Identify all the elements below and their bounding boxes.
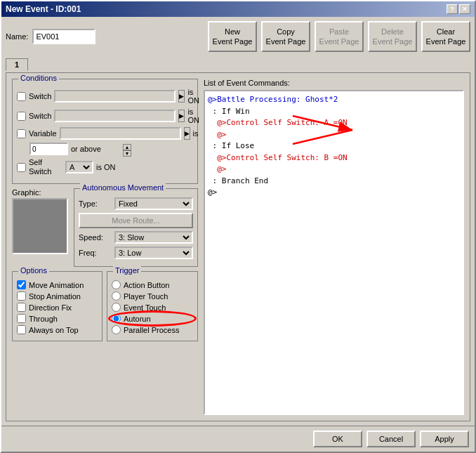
cmd-line-3: @>Control Self Switch: A =ON	[208, 117, 460, 129]
variable-is: is	[193, 129, 199, 138]
always-on-top-label: Always on Top	[29, 326, 79, 334]
auto-speed-select[interactable]: 3: Slow	[114, 231, 193, 244]
autorun-radio[interactable]	[112, 314, 121, 323]
auto-type-row: Type: Fixed Random Approach Custom	[79, 197, 193, 210]
cmd-line-5: : If Lose	[208, 140, 460, 152]
selfswitch-select[interactable]: ABCD	[65, 161, 93, 173]
footer: OK Cancel Apply	[1, 426, 475, 452]
tab-1[interactable]: 1	[6, 58, 28, 71]
selfswitch-ison: is ON	[96, 163, 123, 171]
name-input[interactable]	[32, 29, 95, 44]
name-label: Name:	[6, 32, 28, 41]
new-event-page-button[interactable]: New Event Page	[208, 21, 257, 52]
condition-switch1-row: Switch ▶ is ON	[17, 88, 193, 105]
trigger-autorun: Autorun	[112, 314, 193, 323]
graphic-box: Graphic:	[12, 188, 68, 267]
switch1-label: Switch	[29, 92, 51, 100]
condition-switch2-row: Switch ▶ is ON	[17, 107, 193, 124]
auto-freq-label: Freq:	[79, 249, 110, 257]
variable-label: Variable	[29, 129, 57, 138]
close-button[interactable]: ✕	[459, 4, 470, 14]
selfswitch-checkbox[interactable]	[17, 163, 26, 172]
bottom-panels: Options Move Animation Stop Animation Di…	[12, 271, 198, 341]
switch2-arrow-btn[interactable]: ▶	[178, 110, 185, 122]
auto-speed-label: Speed:	[79, 233, 110, 242]
options-group: Options Move Animation Stop Animation Di…	[12, 271, 103, 341]
conditions-title: Conditions	[18, 74, 59, 82]
graphic-label: Graphic:	[12, 188, 68, 197]
spinbox-down[interactable]: ▼	[123, 150, 131, 157]
through-label: Through	[29, 315, 58, 323]
player-touch-label: Player Touch	[124, 292, 168, 301]
window-title: New Event - ID:001	[6, 4, 81, 14]
main-panel: Conditions Switch ▶ is ON Switch	[6, 72, 470, 421]
option-stop-animation: Stop Animation	[17, 291, 98, 301]
main-window: New Event - ID:001 ? ✕ Name: New Event P…	[0, 0, 476, 453]
variable-spinbox[interactable]: ▲ ▼	[29, 143, 68, 155]
graphic-preview[interactable]	[12, 198, 68, 254]
spinbox-buttons: ▲ ▼	[123, 144, 131, 154]
title-bar: New Event - ID:001 ? ✕	[1, 1, 475, 17]
direction-fix-checkbox[interactable]	[17, 303, 26, 312]
trigger-parallel-process: Parallel Process	[112, 325, 193, 334]
clear-event-page-button[interactable]: Clear Event Page	[421, 21, 470, 52]
action-button-radio[interactable]	[112, 280, 121, 289]
delete-event-page-button[interactable]: Delete Event Page	[368, 21, 417, 52]
commands-box[interactable]: @>Battle Processing: Ghost*2 : If Win @>…	[204, 90, 464, 415]
variable-input[interactable]	[60, 127, 181, 140]
auto-type-label: Type:	[79, 199, 110, 208]
content-area: Name: New Event Page Copy Event Page Pas…	[1, 17, 475, 426]
option-always-on-top: Always on Top	[17, 325, 98, 334]
event-touch-radio[interactable]	[112, 303, 121, 312]
ok-button[interactable]: OK	[313, 431, 362, 447]
toolbar-row: Name: New Event Page Copy Event Page Pas…	[6, 21, 470, 52]
right-panel: List of Event Commands: @>Battle Process…	[204, 79, 464, 415]
commands-label: List of Event Commands:	[204, 79, 464, 87]
option-through: Through	[17, 314, 98, 323]
trigger-player-touch: Player Touch	[112, 291, 193, 301]
left-panel: Conditions Switch ▶ is ON Switch	[12, 79, 198, 415]
name-section: Name:	[6, 29, 204, 44]
switch1-input[interactable]	[54, 90, 176, 103]
parallel-process-label: Parallel Process	[124, 326, 179, 334]
copy-event-page-button[interactable]: Copy Event Page	[261, 21, 310, 52]
always-on-top-checkbox[interactable]	[17, 325, 26, 334]
condition-selfswitch-row: Self Switch ABCD is ON	[17, 158, 193, 176]
cancel-button[interactable]: Cancel	[366, 431, 416, 447]
spinbox-up[interactable]: ▲	[123, 144, 131, 150]
cmd-line-8: : Branch End	[208, 176, 460, 188]
cmd-line-9: @>	[208, 187, 460, 199]
direction-fix-label: Direction Fix	[29, 303, 72, 312]
parallel-process-radio[interactable]	[112, 325, 121, 334]
stop-animation-checkbox[interactable]	[17, 291, 26, 301]
trigger-action-button: Action Button	[112, 280, 193, 289]
player-touch-radio[interactable]	[112, 291, 121, 301]
option-move-animation: Move Animation	[17, 280, 98, 289]
trigger-title: Trigger	[113, 266, 141, 275]
variable-arrow-btn[interactable]: ▶	[184, 127, 190, 140]
auto-freq-select[interactable]: 3: Low	[114, 247, 193, 259]
paste-event-page-button[interactable]: Paste Event Page	[315, 21, 364, 52]
variable-checkbox[interactable]	[17, 129, 26, 138]
action-button-label: Action Button	[124, 281, 169, 289]
auto-type-select[interactable]: Fixed Random Approach Custom	[114, 197, 193, 210]
apply-button[interactable]: Apply	[420, 431, 469, 447]
help-button[interactable]: ?	[447, 4, 458, 14]
move-route-button[interactable]: Move Route...	[79, 213, 193, 228]
graphic-section: Graphic: Autonomous Movement Type: Fixed…	[12, 188, 198, 267]
switch1-checkbox[interactable]	[17, 92, 26, 101]
or-above-label: or above	[71, 145, 101, 153]
switch2-input[interactable]	[54, 110, 176, 122]
cmd-line-4: @>	[208, 129, 460, 141]
auto-speed-row: Speed: 3: Slow	[79, 231, 193, 244]
cmd-line-1: @>Battle Processing: Ghost*2	[208, 94, 460, 106]
switch2-checkbox[interactable]	[17, 112, 26, 121]
through-checkbox[interactable]	[17, 314, 26, 323]
move-animation-checkbox[interactable]	[17, 280, 26, 289]
auto-freq-row: Freq: 3: Low	[79, 247, 193, 259]
switch1-arrow-btn[interactable]: ▶	[178, 90, 185, 103]
condition-variable-row: Variable ▶ is	[17, 127, 193, 140]
tabs-row: 1	[6, 58, 470, 70]
option-direction-fix: Direction Fix	[17, 303, 98, 312]
trigger-group: Trigger Action Button Player Touch Event…	[107, 271, 198, 341]
